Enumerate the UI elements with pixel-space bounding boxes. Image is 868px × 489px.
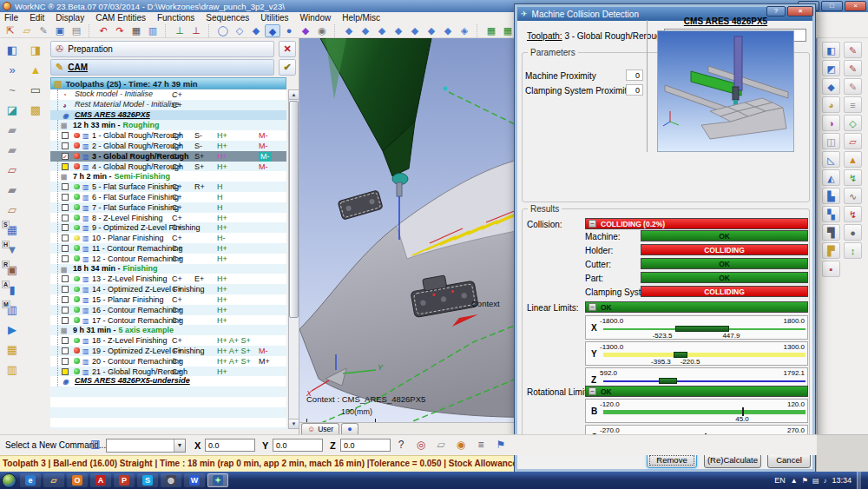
preparation-header[interactable]: ✇ Preparation [50,41,274,57]
view-sphere-wire-icon[interactable]: ◯ [215,24,231,37]
stock-model-4-icon[interactable]: ▰ [2,181,23,200]
curve-edit-icon[interactable]: ~ [2,81,23,100]
updown-arrows-icon[interactable]: ↕ [844,242,862,259]
toolpath-row[interactable]: ▥16 - Contour RemachiningC+H+ [50,305,286,315]
z-coord-field[interactable] [340,439,391,452]
view-panel-icon[interactable]: ▥ [145,24,161,37]
toolpath-group-row[interactable]: ▦18 h 34 min -Finishing [50,264,286,274]
axis-mode-icon[interactable]: ▮A [2,281,23,300]
rotational-limits-bar[interactable]: − OK [585,386,808,397]
send-toolpath-icon[interactable]: » [2,61,23,80]
toolpath-checkbox[interactable] [62,296,69,303]
grid-icon[interactable]: ▦ [128,24,144,37]
remote-laptop-icon[interactable]: ▭ [25,81,46,100]
menu-help-misc[interactable]: Help/Misc [342,13,380,23]
y-coord-field[interactable] [273,439,323,452]
toolpath-row[interactable]: ▥11 - Contour RemachiningC+H+ [50,243,286,254]
toolpath-checkbox[interactable] [62,275,69,282]
plane-green-icon[interactable]: ◇ [844,115,862,131]
menu-utilities[interactable]: Utilities [260,13,288,23]
sketch-1-icon[interactable]: ✎ [844,42,862,58]
scroll-down-arrow[interactable]: ▼ [289,419,299,428]
menu-cam-entities[interactable]: CAM Entities [95,13,146,23]
rotate-z-plus-icon[interactable]: ◆ [407,24,423,37]
rotate-y-minus-icon[interactable]: ◆ [391,24,406,37]
toolpath-row[interactable]: ▥2 - Global Rough/ReroughC+S-H+M- [50,141,286,151]
globe-tab[interactable]: ● [341,423,358,434]
toolpath-row[interactable]: ▥8 - Z-Level FinishingC+H+ [50,213,286,223]
path-red-icon[interactable]: ↯ [844,206,862,222]
machine-mode-icon[interactable]: ▥M [2,301,23,320]
toolpath-checkbox[interactable] [62,132,69,139]
batch-flash-icon[interactable]: ▲ [25,61,46,80]
toolpath-checkbox[interactable] [62,183,69,190]
view-globe-icon[interactable]: ● [281,24,297,37]
linear-limits-bar[interactable]: − OK [585,301,808,313]
toolpath-row[interactable]: ▥14 - Optimized Z-Level FinishingC+H+ [50,284,286,294]
toolpath-checkbox[interactable] [62,347,69,354]
toolpath-row[interactable]: ▥17 - Contour RemachiningC+H+ [50,315,286,326]
word-taskbar-icon[interactable]: W [184,473,205,487]
open-icon[interactable]: ▱ [19,24,35,37]
stock-model-3-icon[interactable]: ▱ [2,161,23,180]
media-app-taskbar-icon[interactable]: ◍ [161,473,181,487]
blank-8-icon[interactable] [25,261,46,280]
show-desktop-button[interactable] [857,472,861,489]
warn-path-icon[interactable]: ▲ [844,151,862,168]
acrobat-taskbar-icon[interactable]: A [90,473,111,487]
menu-file[interactable]: File [4,13,18,23]
toolpath-checkbox[interactable] [62,215,69,221]
toolpath-checkbox[interactable]: ✓ [62,153,69,160]
axis-small-icon[interactable]: ⊥ [172,24,187,37]
surface-mode-icon[interactable]: ▦S [2,221,23,240]
blank-4-icon[interactable] [25,181,46,200]
toolpath-group-row[interactable]: ▦7 h 2 min -Semi-Finishing [50,171,286,182]
network-icon[interactable]: ▤ [812,477,819,485]
limit-slider-x[interactable]: X-1800.01800.0-523.5447.9 [585,315,808,340]
sketch-3-icon[interactable]: ✎ [844,78,862,95]
collapse-icon[interactable]: − [589,220,596,228]
tool-small-icon[interactable]: ▪ [822,261,840,277]
tool-plug-icon[interactable]: ▜ [822,224,840,241]
menu-sequences[interactable]: Sequences [206,13,249,23]
view-top-icon[interactable]: ◩ [822,60,840,76]
rotate-z-minus-icon[interactable]: ◆ [424,24,439,37]
tree-scrollbar[interactable]: ▲ ▼ [288,89,299,429]
rotate-y-plus-icon[interactable]: ◆ [374,24,390,37]
menu-window[interactable]: Window [300,13,332,23]
toolpath-row[interactable]: ▥19 - Optimized Z-Level FinishingC+H+ A+… [50,346,286,356]
dialog-help-button[interactable]: ? [766,6,786,17]
tree-row[interactable]: ◉ CMS ARES 4826PX5 [50,110,286,121]
stock-model-1-icon[interactable]: ▰ [2,121,23,140]
flag-icon[interactable]: ⚑ [802,477,808,485]
toolpath-checkbox[interactable] [62,163,69,170]
skype-taskbar-icon[interactable]: S [137,473,158,487]
sketch-2-icon[interactable]: ✎ [844,60,862,76]
blank-2-icon[interactable] [25,141,46,160]
powerpoint-taskbar-icon[interactable]: P [114,473,135,487]
redo-icon[interactable]: ↷ [112,24,128,37]
scroll-thumb[interactable] [289,101,299,318]
stock-model-2-icon[interactable]: ▰ [2,141,23,160]
table-1-icon[interactable]: ▦ [483,24,499,37]
toolpath-list-icon[interactable]: ▥ [2,360,23,380]
blank-1-icon[interactable] [25,121,46,140]
holder-mode-icon[interactable]: ▼H [2,241,23,260]
toolpath-row[interactable]: ▥6 - Flat Surface FinishingC+H [50,192,286,202]
toolpath-row[interactable]: ▥10 - Planar FinishingC+H- [50,233,286,243]
toolpath-checkbox[interactable] [62,142,69,149]
cam-preparation-icon[interactable]: ◧ [2,41,23,60]
axis-large-icon[interactable]: ⊥ [188,24,204,37]
mask-tool-icon[interactable]: ◭ [822,169,840,186]
view-cube-active-icon[interactable]: ◆ [265,24,280,37]
collision-state-bar[interactable]: − COLLIDING (0.2%) [585,218,808,229]
path-green-icon[interactable]: ↯ [844,169,862,186]
rotate-x-minus-icon[interactable]: ◆ [358,24,373,37]
blank-5-icon[interactable] [25,201,46,220]
toolpath-row[interactable]: ▥18 - Z-Level FinishingC+H+ A+ S+ [50,335,286,346]
run-simulation-icon[interactable]: ▶ [2,320,23,340]
clamping-proximity-field[interactable]: 0 [626,84,643,96]
dialog-close-button[interactable]: × [787,6,813,17]
new-icon[interactable]: ⇱ [3,24,18,37]
x-coord-field[interactable] [205,439,255,452]
